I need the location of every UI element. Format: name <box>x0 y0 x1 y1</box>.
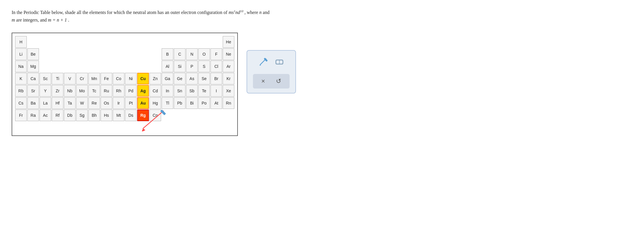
undo-button[interactable]: ↺ <box>274 76 283 86</box>
element-Cs[interactable]: Cs <box>15 97 27 109</box>
element-Po[interactable]: Po <box>198 97 210 109</box>
element-He[interactable]: He <box>223 36 234 48</box>
element-As[interactable]: As <box>186 73 198 84</box>
element-Ba[interactable]: Ba <box>27 97 39 109</box>
empty <box>64 48 76 60</box>
element-O[interactable]: O <box>198 48 210 60</box>
element-Ir[interactable]: Ir <box>113 97 124 109</box>
element-Rn[interactable]: Rn <box>223 97 234 109</box>
empty <box>125 48 137 60</box>
element-V[interactable]: V <box>64 73 76 84</box>
element-Mn[interactable]: Mn <box>88 73 100 84</box>
element-Cn[interactable]: Cn <box>149 109 161 121</box>
element-Fr[interactable]: Fr <box>15 109 27 121</box>
element-Ta[interactable]: Ta <box>64 97 76 109</box>
element-Rh[interactable]: Rh <box>113 85 124 97</box>
element-Y[interactable]: Y <box>40 85 51 97</box>
empty <box>64 36 76 48</box>
element-P[interactable]: P <box>186 61 198 72</box>
element-Bi[interactable]: Bi <box>186 97 198 109</box>
element-Li[interactable]: Li <box>15 48 27 60</box>
pencil-icon <box>258 56 268 67</box>
element-Bh[interactable]: Bh <box>88 109 100 121</box>
element-S[interactable]: S <box>198 61 210 72</box>
clear-button[interactable]: × <box>259 76 267 86</box>
element-Te[interactable]: Te <box>198 85 210 97</box>
element-Hg[interactable]: Hg <box>149 97 161 109</box>
element-Ni[interactable]: Ni <box>125 73 137 84</box>
element-Nb[interactable]: Nb <box>64 85 76 97</box>
element-Na[interactable]: Na <box>15 61 27 72</box>
element-Se[interactable]: Se <box>198 73 210 84</box>
element-Sg[interactable]: Sg <box>76 109 88 121</box>
element-Rf[interactable]: Rf <box>52 109 63 121</box>
pencil-tool[interactable] <box>258 56 268 68</box>
element-Ga[interactable]: Ga <box>162 73 173 84</box>
element-Rg[interactable]: Rg <box>137 109 149 121</box>
empty <box>52 36 63 48</box>
element-Co[interactable]: Co <box>113 73 124 84</box>
element-Ge[interactable]: Ge <box>174 73 185 84</box>
element-N[interactable]: N <box>186 48 198 60</box>
element-La[interactable]: La <box>40 97 51 109</box>
element-Tl[interactable]: Tl <box>162 97 173 109</box>
element-Re[interactable]: Re <box>88 97 100 109</box>
element-Zn[interactable]: Zn <box>149 73 161 84</box>
element-Hs[interactable]: Hs <box>101 109 112 121</box>
element-Ca[interactable]: Ca <box>27 73 39 84</box>
element-Ti[interactable]: Ti <box>52 73 63 84</box>
element-H[interactable]: H <box>15 36 27 48</box>
n-var: n <box>259 10 262 15</box>
element-Mg[interactable]: Mg <box>27 61 39 72</box>
element-Ac[interactable]: Ac <box>40 109 51 121</box>
element-Sn[interactable]: Sn <box>174 85 185 97</box>
element-Cl[interactable]: Cl <box>210 61 222 72</box>
element-Fe[interactable]: Fe <box>101 73 112 84</box>
element-Be[interactable]: Be <box>27 48 39 60</box>
element-Pt[interactable]: Pt <box>125 97 137 109</box>
element-Ra[interactable]: Ra <box>27 109 39 121</box>
element-W[interactable]: W <box>76 97 88 109</box>
element-Mt[interactable]: Mt <box>113 109 124 121</box>
element-Tc[interactable]: Tc <box>88 85 100 97</box>
element-In[interactable]: In <box>162 85 173 97</box>
element-Pd[interactable]: Pd <box>125 85 137 97</box>
element-Br[interactable]: Br <box>210 73 222 84</box>
element-Ar[interactable]: Ar <box>223 61 234 72</box>
element-Au[interactable]: Au <box>137 97 149 109</box>
main-container: H He Li Be <box>12 33 632 136</box>
element-Db[interactable]: Db <box>64 109 76 121</box>
element-Pb[interactable]: Pb <box>174 97 185 109</box>
element-Cu[interactable]: Cu <box>137 73 149 84</box>
element-Os[interactable]: Os <box>101 97 112 109</box>
element-Si[interactable]: Si <box>174 61 185 72</box>
element-Kr[interactable]: Kr <box>223 73 234 84</box>
empty <box>149 61 161 72</box>
element-Rb[interactable]: Rb <box>15 85 27 97</box>
element-Ag[interactable]: Ag <box>137 85 149 97</box>
element-K[interactable]: K <box>15 73 27 84</box>
element-B[interactable]: B <box>162 48 173 60</box>
question-part5: . <box>68 17 69 22</box>
element-Mo[interactable]: Mo <box>76 85 88 97</box>
empty <box>198 36 210 48</box>
element-Hf[interactable]: Hf <box>52 97 63 109</box>
element-At[interactable]: At <box>210 97 222 109</box>
element-Al[interactable]: Al <box>162 61 173 72</box>
element-I[interactable]: I <box>210 85 222 97</box>
element-Sr[interactable]: Sr <box>27 85 39 97</box>
element-Ne[interactable]: Ne <box>223 48 234 60</box>
eraser-tool[interactable] <box>274 56 285 68</box>
empty <box>88 48 100 60</box>
element-Sc[interactable]: Sc <box>40 73 51 84</box>
element-Zr[interactable]: Zr <box>52 85 63 97</box>
element-Cr[interactable]: Cr <box>76 73 88 84</box>
element-Ds[interactable]: Ds <box>125 109 137 121</box>
element-Ru[interactable]: Ru <box>101 85 112 97</box>
element-Xe[interactable]: Xe <box>223 85 234 97</box>
element-Cd[interactable]: Cd <box>149 85 161 97</box>
element-F[interactable]: F <box>210 48 222 60</box>
element-Sb[interactable]: Sb <box>186 85 198 97</box>
empty <box>113 61 124 72</box>
element-C[interactable]: C <box>174 48 185 60</box>
